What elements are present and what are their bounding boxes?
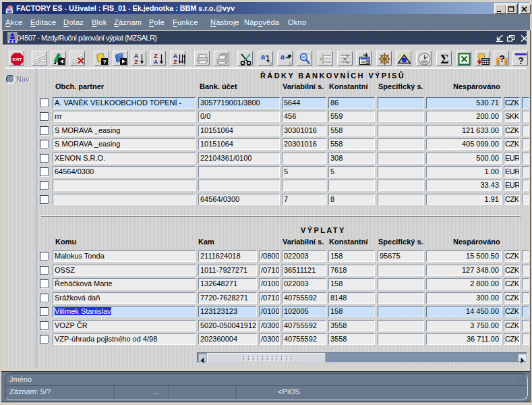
svg-text:a: a [261, 53, 266, 61]
svg-text:100%: 100% [421, 61, 428, 63]
svg-text:?: ? [102, 59, 106, 65]
svg-text:Z: Z [134, 59, 138, 65]
svg-text:Z: Z [173, 59, 177, 65]
svg-text:Σ: Σ [440, 52, 448, 66]
svg-text:a: a [280, 53, 285, 61]
svg-text:?: ? [518, 55, 524, 66]
svg-text:EXIT: EXIT [13, 57, 22, 61]
svg-text:A: A [154, 59, 158, 65]
svg-text:a: a [269, 60, 272, 66]
svg-text:?: ? [499, 53, 505, 64]
svg-text:a: a [289, 60, 292, 66]
